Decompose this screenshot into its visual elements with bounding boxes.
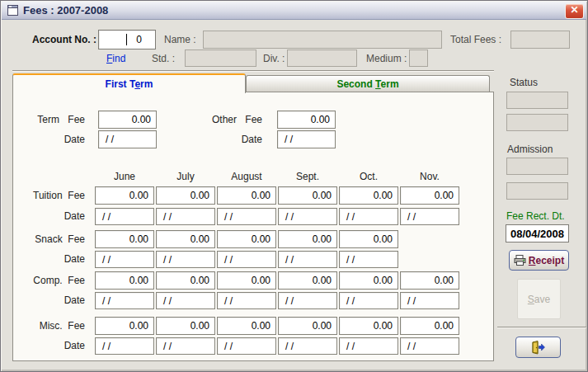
fee-input-snack-oct[interactable]: 0.00 xyxy=(339,230,398,248)
month-label-june: June xyxy=(95,171,154,182)
fee-input-tuition-july[interactable]: 0.00 xyxy=(156,186,215,205)
date-input-snack-august[interactable]: / / xyxy=(217,251,276,268)
fee-input-comp-oct[interactable]: 0.00 xyxy=(339,271,398,290)
fee-input-comp-sept[interactable]: 0.00 xyxy=(278,271,337,290)
fee-input-misc-oct[interactable]: 0.00 xyxy=(339,317,398,335)
fee-input-misc-june[interactable]: 0.00 xyxy=(95,317,154,335)
date-input-misc-july[interactable]: / / xyxy=(156,337,215,355)
row-label-snack-date: Date xyxy=(13,253,85,265)
receipt-button[interactable]: Receipt xyxy=(509,250,569,271)
date-input-tuition-sept[interactable]: / / xyxy=(278,208,337,225)
other-date-label: Date xyxy=(191,134,262,145)
date-input-comp-july[interactable]: / / xyxy=(156,292,215,309)
row-label-tuition-date: Date xyxy=(13,210,85,222)
date-input-comp-nov[interactable]: / / xyxy=(400,292,459,309)
fee-input-snack-june[interactable]: 0.00 xyxy=(95,230,154,248)
tab-first-term[interactable]: First Term xyxy=(12,73,246,93)
date-input-misc-nov[interactable]: / / xyxy=(400,337,459,355)
text-caret xyxy=(126,34,127,45)
date-input-snack-july[interactable]: / / xyxy=(156,251,215,268)
account-no-label: Account No. : xyxy=(17,34,96,45)
row-label-comp-date: Date xyxy=(13,294,85,306)
total-fees-field xyxy=(510,31,570,49)
close-button[interactable]: ✕ xyxy=(565,3,584,19)
header-divider xyxy=(12,70,494,71)
other-fee-input[interactable]: 0.00 xyxy=(277,111,336,129)
status-label: Status xyxy=(510,77,538,88)
name-label: Name : xyxy=(164,34,196,45)
row-label-snack-fee: Snack Fee xyxy=(13,233,85,245)
medium-label: Medium : xyxy=(366,53,407,64)
fee-rect-dt-value[interactable]: 08/04/2008 xyxy=(506,224,569,243)
fee-input-snack-august[interactable]: 0.00 xyxy=(217,230,276,248)
total-fees-label: Total Fees : xyxy=(450,34,501,45)
fee-input-comp-june[interactable]: 0.00 xyxy=(95,271,154,290)
side-divider xyxy=(497,327,586,327)
tab-second-term[interactable]: Second Term xyxy=(246,75,490,92)
date-input-comp-sept[interactable]: / / xyxy=(278,292,337,309)
exit-button[interactable] xyxy=(515,337,561,358)
fees-window: { "window": { "title": "Fees : 2007-2008… xyxy=(0,0,588,372)
fee-input-misc-july[interactable]: 0.00 xyxy=(156,317,215,335)
other-fee-label: Fee xyxy=(191,114,262,125)
date-input-tuition-nov[interactable]: / / xyxy=(400,208,459,225)
fee-input-snack-sept[interactable]: 0.00 xyxy=(278,230,337,248)
fee-input-comp-july[interactable]: 0.00 xyxy=(156,271,215,290)
name-field xyxy=(203,31,442,49)
term-fee-input[interactable]: 0.00 xyxy=(98,111,157,129)
date-input-comp-june[interactable]: / / xyxy=(95,292,154,309)
date-input-snack-oct[interactable]: / / xyxy=(339,251,398,268)
fee-input-comp-august[interactable]: 0.00 xyxy=(217,271,276,290)
fee-input-misc-sept[interactable]: 0.00 xyxy=(278,317,337,335)
fee-input-comp-nov[interactable]: 0.00 xyxy=(400,271,459,290)
first-term-panel: Term Fee 0.00 Date / / Other Fee 0.00 Da… xyxy=(12,92,494,361)
date-input-tuition-august[interactable]: / / xyxy=(217,208,276,225)
close-icon: ✕ xyxy=(570,4,578,16)
date-input-tuition-june[interactable]: / / xyxy=(95,208,154,225)
medium-field xyxy=(409,49,428,67)
status-box-1 xyxy=(506,92,568,109)
div-field xyxy=(287,49,357,67)
month-label-july: July xyxy=(156,171,215,182)
other-date-input[interactable]: / / xyxy=(277,130,336,148)
title-bar: Fees : 2007-2008 ✕ xyxy=(2,2,586,20)
term-date-input[interactable]: / / xyxy=(98,130,157,148)
admission-box-1 xyxy=(506,158,568,175)
fee-input-tuition-june[interactable]: 0.00 xyxy=(95,186,154,205)
std-field xyxy=(185,49,256,67)
fee-input-tuition-sept[interactable]: 0.00 xyxy=(278,186,337,205)
row-label-comp-fee: Comp. Fee xyxy=(13,275,85,286)
date-input-tuition-oct[interactable]: / / xyxy=(339,208,398,225)
date-input-misc-sept[interactable]: / / xyxy=(278,337,337,355)
std-label: Std. : xyxy=(152,53,175,64)
fee-input-tuition-nov[interactable]: 0.00 xyxy=(400,186,459,205)
admission-label: Admission xyxy=(507,144,553,155)
date-input-comp-oct[interactable]: / / xyxy=(339,292,398,309)
date-input-tuition-july[interactable]: / / xyxy=(156,208,215,225)
month-label-nov: Nov. xyxy=(400,171,459,182)
term-fee-label: Fee xyxy=(13,114,85,125)
date-input-misc-oct[interactable]: / / xyxy=(339,337,398,355)
save-button[interactable]: Save xyxy=(517,279,561,319)
month-label-oct: Oct. xyxy=(339,171,398,182)
row-label-misc-date: Date xyxy=(13,340,85,351)
account-no-value: 0 xyxy=(136,34,142,45)
fee-input-tuition-oct[interactable]: 0.00 xyxy=(339,186,398,205)
fee-input-misc-nov[interactable]: 0.00 xyxy=(400,317,459,335)
fee-input-tuition-august[interactable]: 0.00 xyxy=(217,186,276,205)
find-link[interactable]: Find xyxy=(106,53,125,64)
term-date-label: Date xyxy=(13,134,85,145)
fee-input-snack-july[interactable]: 0.00 xyxy=(156,230,215,248)
status-box-2 xyxy=(506,114,568,131)
fee-input-misc-august[interactable]: 0.00 xyxy=(217,317,276,335)
date-input-misc-august[interactable]: / / xyxy=(217,337,276,355)
date-input-snack-sept[interactable]: / / xyxy=(278,251,337,268)
div-label: Div. : xyxy=(263,53,285,64)
fee-rect-dt-label: Fee Rect. Dt. xyxy=(506,210,565,222)
date-input-snack-june[interactable]: / / xyxy=(95,251,154,268)
month-label-august: August xyxy=(217,171,276,182)
date-input-comp-august[interactable]: / / xyxy=(217,292,276,309)
date-input-misc-june[interactable]: / / xyxy=(95,337,154,355)
account-no-input[interactable]: 0 xyxy=(98,30,156,49)
month-label-sept: Sept. xyxy=(278,171,337,182)
